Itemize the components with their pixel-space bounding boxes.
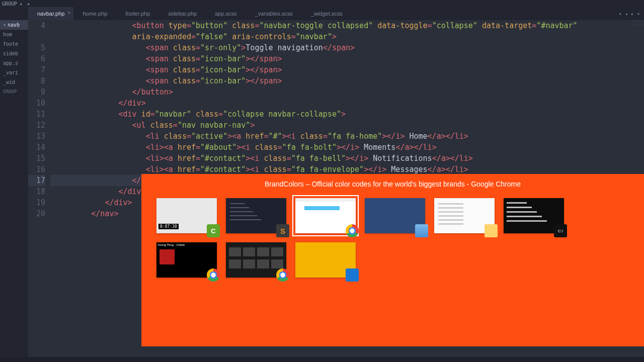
tab-app-scss[interactable]: app.scss [206, 7, 246, 20]
photo-icon [415, 224, 428, 237]
code-line[interactable]: <div id="navbar" class="collapse navbar-… [50, 109, 644, 120]
switcher-thumb[interactable] [226, 198, 286, 233]
code-line[interactable]: </div> [50, 98, 644, 109]
close-icon[interactable]: × [68, 10, 71, 16]
switcher-thumb[interactable]: 0:07:30 [156, 198, 217, 233]
cam-icon [207, 224, 220, 237]
code-line[interactable]: <span class="icon-bar"></span> [50, 64, 644, 75]
cmd-icon [554, 224, 567, 237]
chrome-icon [207, 268, 220, 282]
tab-sidebar-php[interactable]: sidebar.php [159, 7, 206, 20]
chrome-icon [346, 224, 359, 237]
folder-icon [485, 224, 498, 237]
code-line[interactable]: <li><a href="#about"><i class="fa fa-bol… [50, 142, 644, 153]
timer-label: 0:07:30 [158, 224, 179, 229]
subl-icon [276, 224, 289, 237]
code-line[interactable]: <li><a href="#contact"><i class="fa fa-e… [50, 164, 644, 175]
tab-footer-php[interactable]: footer.php [116, 7, 159, 20]
code-line[interactable]: <span class="icon-bar"></span> [50, 53, 644, 64]
code-line[interactable]: <li class="active"><a href="#"><i class=… [50, 131, 644, 142]
switcher-thumb[interactable] [434, 198, 495, 233]
sidebar-item[interactable]: ×navb [0, 20, 28, 30]
code-line[interactable]: <span class="sr-only">Toggle navigation<… [50, 42, 644, 53]
sidebar: ×navbhomfootesidebapp.s_vari_widGROUP [0, 7, 28, 362]
sidebar-item[interactable]: _vari [0, 68, 28, 77]
switcher-title: BrandColors – Official color codes for t… [141, 174, 644, 190]
tab-bar: navbar.php×home.phpfooter.phpsidebar.php… [0, 7, 644, 20]
switcher-thumb[interactable] [365, 198, 425, 233]
close-icon[interactable]: × [3, 22, 6, 28]
switcher-thumb[interactable] [295, 198, 356, 233]
sidebar-item[interactable]: foote [0, 39, 28, 49]
switcher-thumb[interactable] [226, 242, 286, 278]
tab-navbar-php[interactable]: navbar.php× [28, 7, 73, 20]
tab-right-controls[interactable]: ▾ ◂ ▸ ▾ [619, 7, 640, 20]
status-bar [0, 357, 644, 362]
top-header: GROUP ◂ ▸ [0, 0, 644, 7]
header-arrows[interactable]: ◂ ▸ [19, 1, 31, 7]
code-line[interactable]: <li><a href="#contact"><i class="fa fa-b… [50, 153, 644, 164]
code-line[interactable]: <button type="button" class="navbar-togg… [50, 20, 644, 31]
code-line[interactable]: </button> [50, 86, 644, 98]
window-switcher[interactable]: BrandColors – Official color codes for t… [141, 174, 644, 346]
group-label: GROUP [2, 1, 17, 7]
chrome-icon [276, 268, 289, 282]
switcher-thumb[interactable]: Young Thug - Check [156, 242, 217, 278]
tab-_widget-scss[interactable]: _widget.scss [302, 7, 352, 20]
sidebar-item[interactable]: app.s [0, 58, 28, 68]
monitor-icon [346, 268, 359, 282]
switcher-thumb[interactable] [504, 198, 564, 233]
tab-_variables-scss[interactable]: _variables.scss [246, 7, 302, 20]
code-line[interactable]: <span class="icon-bar"></span> [50, 75, 644, 86]
switcher-thumb[interactable] [295, 242, 356, 278]
minimap[interactable] [631, 20, 644, 121]
code-line[interactable]: <ul class="nav navbar-nav"> [50, 120, 644, 131]
sidebar-item[interactable]: _wid [0, 77, 28, 87]
sidebar-item[interactable]: sideb [0, 49, 28, 58]
sidebar-item[interactable]: hom [0, 30, 28, 39]
code-line[interactable]: aria-expanded="false" aria-controls="nav… [50, 31, 644, 42]
line-number-gutter: 4567891011121314151617181920 [28, 20, 50, 362]
sidebar-group-label: GROUP [0, 87, 28, 96]
tab-home-php[interactable]: home.php [73, 7, 116, 20]
switcher-grid: 0:07:30Young Thug - Check [141, 190, 644, 286]
